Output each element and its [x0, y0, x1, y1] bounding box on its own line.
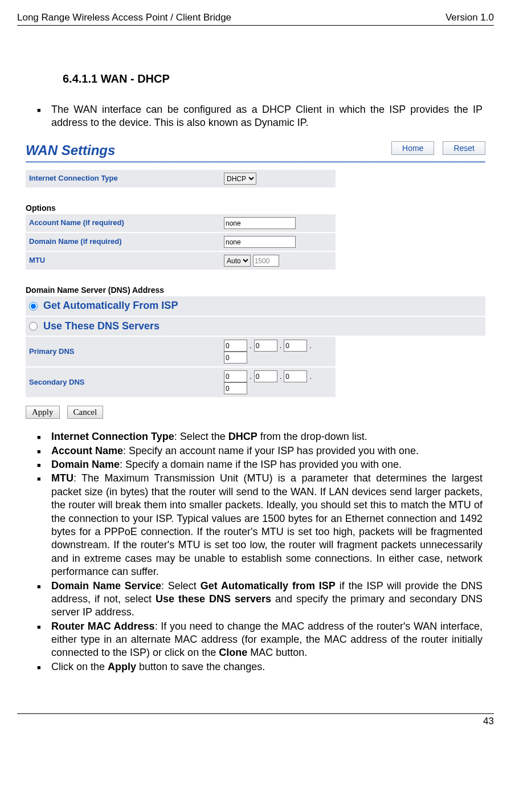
- page-footer: 43: [17, 713, 494, 728]
- domain-name-row: Domain Name (if required): [26, 232, 485, 251]
- page-header: Long Range Wireless Access Point / Clien…: [17, 11, 494, 26]
- sdns-oct4[interactable]: [224, 382, 247, 394]
- square-bullet-icon: ■: [37, 430, 51, 443]
- pdns-oct1[interactable]: [224, 340, 247, 352]
- intro-bullet: ■ The WAN interface can be configured as…: [37, 103, 483, 130]
- dns-manual-radio[interactable]: [29, 322, 38, 330]
- dns-heading: Domain Name Server (DNS) Address: [26, 285, 485, 295]
- apply-button[interactable]: Apply: [26, 406, 60, 419]
- account-name-row: Account Name (if required): [26, 214, 485, 232]
- dns-manual-radio-row[interactable]: Use These DNS Servers: [26, 317, 485, 337]
- square-bullet-icon: ■: [37, 660, 51, 674]
- dns-auto-label: Get Automatically From ISP: [43, 299, 178, 312]
- secondary-dns-row: Secondary DNS ...: [26, 367, 485, 398]
- wan-settings-panel: WAN Settings Home Reset Internet Connect…: [26, 141, 485, 419]
- ict-select[interactable]: DHCP: [224, 173, 256, 185]
- secondary-dns-label: Secondary DNS: [26, 367, 220, 398]
- square-bullet-icon: ■: [37, 458, 51, 471]
- description-list: ■Internet Connection Type: Select the DH…: [37, 430, 483, 674]
- options-heading: Options: [26, 203, 485, 213]
- panel-title: WAN Settings: [26, 141, 115, 159]
- sdns-oct1[interactable]: [224, 370, 247, 382]
- connection-type-row: Internet Connection Type DHCP: [26, 170, 485, 189]
- primary-dns-label: Primary DNS: [26, 337, 220, 367]
- reset-button[interactable]: Reset: [443, 141, 485, 155]
- dns-manual-label: Use These DNS Servers: [43, 320, 160, 333]
- cancel-button[interactable]: Cancel: [67, 406, 104, 419]
- mtu-label: MTU: [26, 251, 220, 270]
- divider: [26, 161, 485, 163]
- account-name-label: Account Name (if required): [26, 214, 220, 232]
- mtu-value-input: [253, 255, 279, 267]
- domain-name-input[interactable]: [224, 236, 296, 248]
- pdns-oct4[interactable]: [224, 352, 247, 364]
- square-bullet-icon: ■: [37, 580, 51, 619]
- pdns-oct3[interactable]: [284, 340, 307, 352]
- square-bullet-icon: ■: [37, 103, 51, 130]
- square-bullet-icon: ■: [37, 620, 51, 660]
- primary-dns-row: Primary DNS ...: [26, 337, 485, 367]
- square-bullet-icon: ■: [37, 444, 51, 458]
- account-name-input[interactable]: [224, 217, 296, 229]
- page-number: 43: [483, 716, 494, 727]
- header-left: Long Range Wireless Access Point / Clien…: [17, 11, 231, 24]
- mtu-row: MTU Auto: [26, 251, 485, 270]
- sdns-oct3[interactable]: [284, 370, 307, 382]
- header-right: Version 1.0: [445, 11, 494, 24]
- square-bullet-icon: ■: [37, 472, 51, 578]
- dns-auto-radio[interactable]: [29, 302, 38, 311]
- intro-text: The WAN interface can be configured as a…: [51, 103, 483, 130]
- home-button[interactable]: Home: [391, 141, 434, 155]
- ict-label: Internet Connection Type: [26, 170, 220, 188]
- mtu-mode-select[interactable]: Auto: [224, 255, 251, 267]
- pdns-oct2[interactable]: [254, 340, 277, 352]
- sdns-oct2[interactable]: [254, 370, 277, 382]
- section-heading: 6.4.1.1 WAN - DHCP: [63, 71, 494, 86]
- domain-name-label: Domain Name (if required): [26, 232, 220, 251]
- dns-auto-radio-row[interactable]: Get Automatically From ISP: [26, 296, 485, 316]
